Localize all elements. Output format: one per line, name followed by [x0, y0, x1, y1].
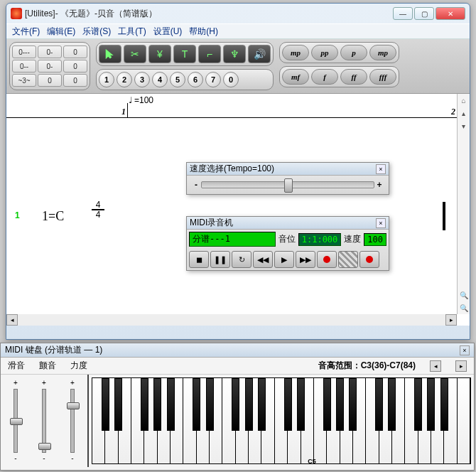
- note-0[interactable]: 0: [223, 72, 239, 87]
- record-button[interactable]: [317, 251, 337, 268]
- forward-button[interactable]: ▶▶: [296, 251, 315, 268]
- ruler[interactable]: =100 1 2: [6, 94, 470, 118]
- record2-button[interactable]: [359, 251, 379, 268]
- grid-cell[interactable]: 0: [63, 60, 87, 73]
- tempo-panel[interactable]: 速度选择(Tempo=100) × - +: [186, 162, 389, 195]
- speaker-tool[interactable]: 🔊: [248, 45, 271, 63]
- dyn-mp2[interactable]: mp: [369, 45, 396, 60]
- tempo-slider[interactable]: [201, 181, 374, 188]
- dyn-p[interactable]: p: [340, 45, 367, 60]
- note-4[interactable]: 4: [152, 72, 168, 87]
- octave-up-button[interactable]: ▸: [455, 360, 467, 372]
- text-tool[interactable]: T: [173, 45, 196, 63]
- grid-cell[interactable]: 0---: [12, 45, 36, 58]
- black-key[interactable]: [114, 378, 122, 431]
- dyn-pp[interactable]: pp: [311, 45, 338, 60]
- minimize-button[interactable]: —: [393, 7, 413, 20]
- zoom-out-icon[interactable]: 🔍: [459, 304, 469, 314]
- note-7[interactable]: 7: [205, 72, 221, 87]
- dyn-mf[interactable]: mf: [282, 69, 309, 85]
- key-signature: 1=C: [42, 209, 64, 224]
- staff[interactable]: 1 1=C 44: [6, 118, 470, 303]
- tempo-plus[interactable]: +: [374, 180, 384, 190]
- scissors-tool[interactable]: ✂: [124, 45, 146, 63]
- note-3[interactable]: 3: [134, 72, 150, 87]
- barline: [443, 202, 445, 230]
- black-key[interactable]: [440, 378, 448, 431]
- black-key[interactable]: [167, 378, 175, 431]
- black-key[interactable]: [153, 378, 161, 431]
- midi-recorder-panel[interactable]: MIDI录音机 × 分谱---1 音位 1:1:000 速度 100 ◼ ❚❚ …: [186, 216, 389, 271]
- scroll-left-icon[interactable]: ◂: [6, 314, 18, 326]
- scroll-right-icon[interactable]: ▸: [445, 314, 457, 326]
- note-6[interactable]: 6: [188, 72, 203, 87]
- slide-slider[interactable]: +-: [4, 379, 28, 463]
- note-2[interactable]: 2: [117, 72, 132, 87]
- tool-up-icon[interactable]: ▴: [459, 109, 469, 119]
- menu-tools[interactable]: 工具(T): [118, 26, 146, 38]
- menu-score[interactable]: 乐谱(S): [82, 26, 111, 38]
- grid-cell[interactable]: ~3~: [12, 74, 36, 87]
- rewind-button[interactable]: ◀◀: [253, 251, 273, 268]
- black-key[interactable]: [245, 378, 253, 431]
- black-key[interactable]: [206, 378, 214, 431]
- horizontal-scrollbar[interactable]: ◂ ▸: [6, 314, 457, 326]
- note-1[interactable]: 1: [99, 72, 114, 87]
- close-button[interactable]: ✕: [436, 7, 465, 20]
- black-key[interactable]: [414, 378, 422, 431]
- velocity-slider[interactable]: +-: [60, 379, 85, 463]
- black-key[interactable]: [284, 378, 292, 431]
- grid-cell[interactable]: 0-: [38, 45, 62, 58]
- part-display[interactable]: 分谱---1: [189, 232, 276, 247]
- black-key[interactable]: [336, 378, 344, 431]
- menu-file[interactable]: 文件(F): [12, 26, 40, 38]
- keyboard-close-icon[interactable]: ×: [460, 345, 470, 355]
- black-key[interactable]: [388, 378, 396, 431]
- zoom-in-icon[interactable]: 🔍: [459, 291, 469, 301]
- note-5[interactable]: 5: [170, 72, 185, 87]
- tool-home-icon[interactable]: ⌂: [459, 97, 469, 107]
- play-button[interactable]: ▶: [274, 251, 294, 268]
- black-key[interactable]: [349, 378, 357, 431]
- dyn-f[interactable]: f: [311, 69, 338, 85]
- tempo-minus[interactable]: -: [191, 180, 201, 190]
- titlebar[interactable]: [Utilites]- 《无题》-贝音（简谱版） — ▢ ✕: [6, 4, 470, 23]
- dyn-ff[interactable]: ff: [340, 69, 367, 85]
- grid-cell[interactable]: 0: [38, 74, 62, 87]
- tempo-close-icon[interactable]: ×: [376, 164, 386, 174]
- black-key[interactable]: [297, 378, 305, 431]
- black-key[interactable]: [193, 378, 200, 431]
- lyre-tool[interactable]: ♆: [223, 45, 246, 63]
- piano-keyboard[interactable]: C5: [92, 377, 471, 464]
- stop-button[interactable]: ◼: [189, 251, 209, 268]
- grid-cell[interactable]: 0--: [12, 60, 36, 73]
- menu-edit[interactable]: 编辑(E): [47, 26, 75, 38]
- dyn-fff[interactable]: fff: [369, 69, 396, 85]
- midi-keyboard-window: MIDI 键盘 (分谱轨道 — 1) × 滑音 颤音 力度 音高范围：C3(36…: [0, 343, 475, 471]
- grid-cell[interactable]: 0: [63, 45, 87, 58]
- metronome-button[interactable]: [338, 251, 358, 268]
- maximize-button[interactable]: ▢: [414, 7, 434, 20]
- octave-down-button[interactable]: ◂: [430, 360, 441, 372]
- black-key[interactable]: [375, 378, 383, 431]
- pointer-tool[interactable]: [99, 45, 121, 63]
- pause-button[interactable]: ❚❚: [210, 251, 230, 268]
- bracket-tool[interactable]: ⌐: [198, 45, 221, 63]
- recorder-close-icon[interactable]: ×: [376, 218, 386, 228]
- black-key[interactable]: [102, 378, 109, 431]
- vibrato-slider[interactable]: +-: [32, 379, 56, 463]
- dyn-mp1[interactable]: mp: [282, 45, 309, 60]
- black-key[interactable]: [323, 378, 331, 431]
- black-key[interactable]: [232, 378, 239, 431]
- menu-settings[interactable]: 设置(U): [153, 26, 183, 38]
- black-key[interactable]: [258, 378, 266, 431]
- tuning-fork-tool[interactable]: ¥: [148, 45, 171, 63]
- tempo-thumb[interactable]: [284, 178, 293, 193]
- black-key[interactable]: [427, 378, 435, 431]
- menu-help[interactable]: 帮助(H): [189, 26, 218, 38]
- loop-button[interactable]: ↻: [232, 251, 251, 268]
- grid-cell[interactable]: 0-: [38, 60, 62, 73]
- grid-cell[interactable]: 0: [63, 74, 87, 87]
- tool-down-icon[interactable]: ▾: [459, 122, 469, 132]
- black-key[interactable]: [141, 378, 148, 431]
